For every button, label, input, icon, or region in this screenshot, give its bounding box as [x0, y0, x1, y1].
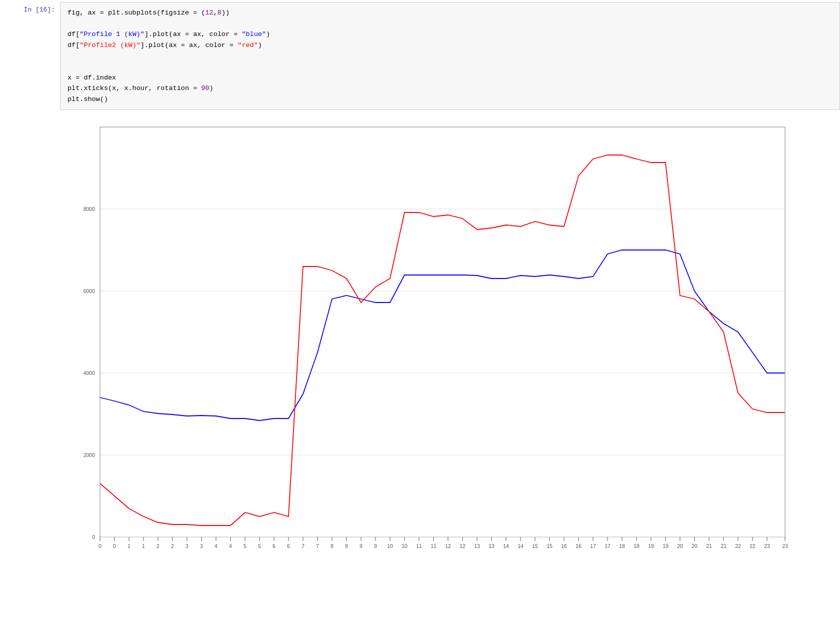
code-line-blank [68, 18, 832, 30]
svg-text:21: 21 [720, 543, 726, 549]
svg-text:8: 8 [330, 543, 334, 549]
code-line-blank2 [68, 50, 832, 62]
line-chart: 0 2000 4000 6000 8000 0 [65, 117, 805, 567]
ylabel-2000: 2000 [84, 452, 96, 458]
svg-text:17: 17 [604, 543, 610, 549]
svg-text:19: 19 [648, 543, 654, 549]
svg-text:15: 15 [546, 543, 552, 549]
code-line-blank3 [68, 62, 832, 72]
svg-text:20: 20 [692, 543, 698, 549]
svg-text:6: 6 [287, 543, 290, 549]
xlabel-0b: 0 [113, 543, 116, 549]
svg-text:5: 5 [258, 543, 261, 549]
svg-text:1: 1 [128, 543, 130, 549]
svg-text:9: 9 [360, 543, 362, 549]
svg-text:19: 19 [662, 543, 668, 549]
xlabel-0a: 0 [98, 543, 102, 549]
code-cell: In [16]: fig, ax = plt.subplots(figsize … [0, 0, 840, 112]
svg-text:5: 5 [244, 543, 246, 549]
svg-text:2: 2 [156, 543, 160, 549]
svg-text:16: 16 [561, 543, 567, 549]
svg-text:12: 12 [460, 543, 466, 549]
svg-text:11: 11 [416, 543, 422, 549]
svg-text:16: 16 [576, 543, 582, 549]
svg-text:6: 6 [272, 543, 276, 549]
svg-text:23: 23 [764, 543, 770, 549]
ylabel-0: 0 [92, 534, 95, 540]
svg-text:2: 2 [171, 543, 174, 549]
svg-text:21: 21 [706, 543, 712, 549]
svg-text:7: 7 [316, 543, 319, 549]
cell-prompt: In [16]: [0, 2, 60, 110]
svg-text:10: 10 [402, 543, 408, 549]
svg-text:20: 20 [677, 543, 683, 549]
svg-text:17: 17 [590, 543, 596, 549]
svg-text:13: 13 [474, 543, 480, 549]
svg-text:18: 18 [634, 543, 640, 549]
svg-text:4: 4 [229, 543, 232, 549]
svg-text:22: 22 [735, 543, 741, 549]
svg-text:14: 14 [518, 543, 524, 549]
svg-text:9: 9 [374, 543, 377, 549]
code-line-4: df["Profile2 (kW)"].plot(ax = ax, color … [68, 40, 832, 51]
svg-text:12: 12 [445, 543, 451, 549]
code-line-3: df["Profile 1 (kW)"].plot(ax = ax, color… [68, 29, 832, 40]
svg-text:3: 3 [186, 543, 188, 549]
ylabel-8000: 8000 [84, 206, 96, 212]
code-line-1: fig, ax = plt.subplots(figsize = (12,8)) [68, 8, 832, 18]
svg-text:14: 14 [503, 543, 509, 549]
svg-text:15: 15 [532, 543, 538, 549]
ylabel-6000: 6000 [84, 288, 96, 294]
svg-text:13: 13 [488, 543, 494, 549]
chart-output: 0 2000 4000 6000 8000 0 [60, 112, 840, 572]
svg-text:11: 11 [430, 543, 436, 549]
svg-text:4: 4 [214, 543, 218, 549]
chart-bg [100, 127, 785, 537]
svg-text:10: 10 [387, 543, 393, 549]
code-line-9: plt.show() [68, 94, 832, 105]
svg-text:23: 23 [782, 543, 788, 549]
svg-text:1: 1 [142, 543, 145, 549]
svg-text:22: 22 [750, 543, 756, 549]
svg-text:3: 3 [200, 543, 203, 549]
ylabel-4000: 4000 [84, 370, 96, 376]
notebook: In [16]: fig, ax = plt.subplots(figsize … [0, 0, 840, 642]
code-line-7: x = df.index [68, 72, 832, 84]
cell-input[interactable]: fig, ax = plt.subplots(figsize = (12,8))… [60, 2, 840, 110]
svg-text:8: 8 [345, 543, 348, 549]
svg-text:7: 7 [302, 543, 304, 549]
code-line-8: plt.xticks(x, x.hour, rotation = 90) [68, 83, 832, 94]
svg-text:18: 18 [619, 543, 625, 549]
chart-wrapper: 0 2000 4000 6000 8000 0 [60, 112, 840, 572]
